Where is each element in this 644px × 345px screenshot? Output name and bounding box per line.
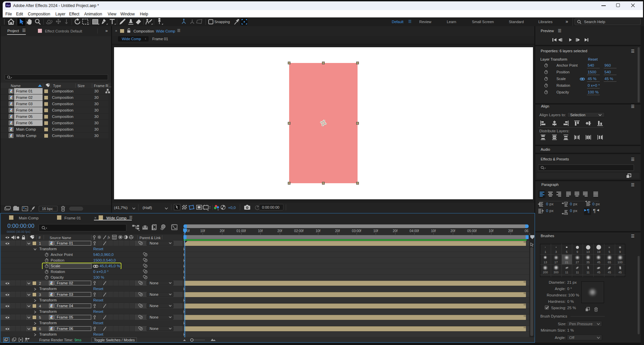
svg-text:16 bpc: 16 bpc [42, 207, 53, 211]
svg-text:fx: fx [108, 235, 110, 239]
